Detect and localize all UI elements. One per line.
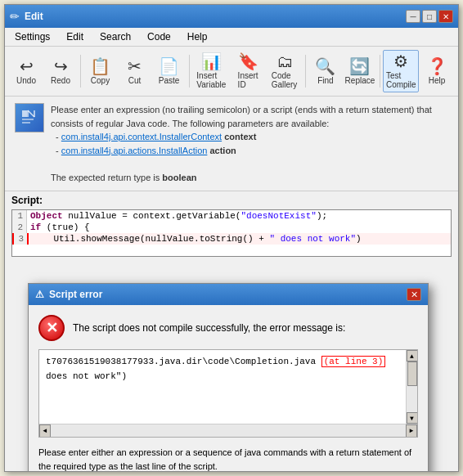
copy-label: Copy — [91, 76, 110, 85]
test-compile-icon: ⚙ — [393, 53, 408, 70]
find-label: Find — [317, 76, 333, 85]
menu-help[interactable]: Help — [181, 29, 214, 44]
line-content-1: Object nullValue = context.getVariable("… — [27, 210, 451, 222]
info-dash-1: - — [51, 132, 61, 141]
line-number-3: 3 — [14, 233, 29, 245]
info-param2-name: action — [207, 146, 236, 155]
main-window: ✏ Edit ─ □ ✕ Settings Edit Search Code H… — [4, 4, 459, 472]
toolbar-separator-3 — [305, 55, 306, 88]
info-dash-2: - — [51, 146, 61, 155]
close-button[interactable]: ✕ — [438, 10, 453, 23]
cut-button[interactable]: ✂ Cut — [119, 55, 151, 88]
help-icon: ❓ — [427, 58, 447, 74]
svg-line-3 — [28, 110, 34, 117]
code-gallery-label: Code Gallery — [272, 71, 298, 89]
toolbar-separator-2 — [189, 55, 190, 88]
replace-icon: 🔄 — [349, 58, 370, 74]
find-icon: 🔍 — [315, 58, 335, 74]
help-button[interactable]: ❓ Help — [420, 55, 453, 88]
param1-link[interactable]: com.install4j.api.context.InstallerConte… — [61, 132, 222, 141]
dialog-title-text: Script error — [49, 289, 102, 300]
main-content: Please enter an expression (no trailing … — [5, 97, 458, 471]
paste-label: Paste — [159, 76, 180, 85]
dialog-title-icon: ⚠ — [35, 289, 44, 300]
toolbar: ↩ Undo ↪ Redo 📋 Copy ✂ Cut 📄 Paste 📊 Ins… — [5, 47, 458, 97]
redo-label: Redo — [51, 76, 70, 85]
scroll-up-arrow[interactable]: ▲ — [407, 350, 418, 361]
title-controls: ─ □ ✕ — [406, 10, 453, 23]
redo-icon: ↪ — [54, 58, 68, 74]
info-return: The expected return type is boolean — [51, 173, 197, 182]
line-number-2: 2 — [12, 222, 27, 233]
dialog-bottom-text: Please enter either an expression or a s… — [38, 446, 418, 471]
copy-icon: 📋 — [90, 58, 110, 74]
cut-label: Cut — [128, 76, 142, 85]
paste-button[interactable]: 📄 Paste — [153, 55, 186, 88]
info-intro: Please enter an expression (no trailing … — [51, 105, 432, 128]
error-text-line1: t7076361519038177933.java.dir\code\Compl… — [46, 355, 411, 370]
window-title: Edit — [25, 11, 43, 22]
test-compile-button[interactable]: ⚙ Test Compile — [383, 50, 419, 92]
menu-search[interactable]: Search — [93, 29, 137, 44]
undo-label: Undo — [16, 76, 36, 85]
info-box: Please enter an expression (no trailing … — [5, 97, 458, 191]
redo-button[interactable]: ↪ Redo — [44, 55, 77, 88]
toolbar-separator-1 — [80, 55, 81, 88]
line-content-3: Util.showMessage(nullValue.toString() + … — [29, 233, 451, 245]
param2-link[interactable]: com.install4j.api.actions.InstallAction — [61, 146, 208, 155]
test-compile-label: Test Compile — [386, 71, 416, 89]
scroll-right-arrow[interactable]: ► — [406, 424, 417, 438]
scroll-down-arrow[interactable]: ▼ — [407, 412, 418, 424]
info-text: Please enter an expression (no trailing … — [51, 103, 448, 184]
scrollbar-track — [407, 361, 417, 412]
cut-icon: ✂ — [128, 58, 142, 74]
code-editor[interactable]: 1 Object nullValue = context.getVariable… — [11, 209, 452, 257]
menu-settings[interactable]: Settings — [8, 29, 56, 44]
paste-icon: 📄 — [159, 58, 179, 74]
error-highlight: (at line 3) — [321, 356, 386, 367]
scrollbar-thumb[interactable] — [407, 361, 417, 386]
insert-variable-button[interactable]: 📊 Insert Variable — [192, 50, 231, 92]
error-content: t7076361519038177933.java.dir\code\Compl… — [39, 350, 417, 424]
svg-rect-0 — [22, 110, 27, 117]
error-text-area: t7076361519038177933.java.dir\code\Compl… — [38, 349, 418, 438]
dialog-title-bar: ⚠ Script error ✕ — [29, 284, 428, 305]
dialog-message-text: The script does not compile successfully… — [73, 322, 345, 334]
code-line-3: 3 Util.showMessage(nullValue.toString() … — [12, 233, 451, 245]
insert-id-button[interactable]: 🔖 Insert ID — [232, 50, 265, 92]
maximize-button[interactable]: □ — [422, 10, 437, 23]
title-bar: ✏ Edit ─ □ ✕ — [5, 5, 458, 28]
svg-rect-1 — [22, 119, 34, 120]
help-label: Help — [429, 76, 446, 85]
scrollbar-track-h — [51, 424, 406, 437]
toolbar-separator-4 — [380, 55, 380, 88]
insert-id-label: Insert ID — [238, 71, 259, 89]
menu-bar: Settings Edit Search Code Help — [5, 28, 458, 47]
code-line-1: 1 Object nullValue = context.getVariable… — [12, 210, 451, 222]
error-dialog: ⚠ Script error ✕ ✕ The script does not c… — [28, 283, 429, 471]
error-text-line2: does not work") — [46, 370, 411, 384]
svg-rect-2 — [22, 122, 30, 123]
replace-label: Replace — [345, 76, 375, 85]
dialog-body: ✕ The script does not compile successful… — [29, 305, 428, 471]
line-number-1: 1 — [12, 210, 27, 222]
vertical-scrollbar: ▲ ▼ — [406, 350, 417, 424]
undo-button[interactable]: ↩ Undo — [10, 55, 43, 88]
line-content-2: if (true) { — [27, 222, 451, 233]
undo-icon: ↩ — [20, 58, 34, 74]
horizontal-scrollbar: ◄ ► — [39, 424, 417, 437]
insert-variable-icon: 📊 — [201, 53, 222, 70]
scroll-left-arrow[interactable]: ◄ — [39, 424, 51, 438]
menu-code[interactable]: Code — [141, 29, 178, 44]
minimize-button[interactable]: ─ — [406, 10, 420, 23]
dialog-close-button[interactable]: ✕ — [407, 288, 421, 301]
replace-button[interactable]: 🔄 Replace — [344, 55, 376, 88]
copy-button[interactable]: 📋 Copy — [84, 55, 117, 88]
insert-id-icon: 🔖 — [238, 53, 258, 70]
menu-edit[interactable]: Edit — [60, 29, 90, 44]
script-label: Script: — [5, 191, 458, 208]
insert-variable-label: Insert Variable — [196, 71, 226, 89]
code-line-2: 2 if (true) { — [12, 222, 451, 233]
find-button[interactable]: 🔍 Find — [309, 55, 342, 88]
code-gallery-button[interactable]: 🗂 Code Gallery — [267, 50, 303, 92]
